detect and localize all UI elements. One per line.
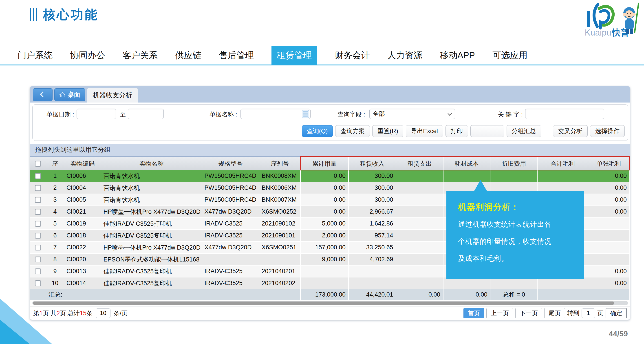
toolbar-button-7[interactable]: 交叉分析	[553, 125, 588, 137]
column-header-depreciation[interactable]: 折旧费用	[490, 157, 538, 170]
cell-check	[30, 266, 46, 277]
cell-check	[30, 170, 46, 182]
column-header-total_profit[interactable]: 合计毛利	[538, 157, 588, 170]
cell-per_sheet	[588, 242, 630, 254]
nav-item-0[interactable]: 门户系统	[18, 49, 52, 61]
toolbar-button-1[interactable]: 查询方案	[335, 125, 370, 137]
cell-name: HP喷墨一体机Pro X477dw D3Q20D	[101, 206, 202, 218]
column-header-seq[interactable]: 序	[46, 157, 64, 170]
home-icon	[60, 92, 65, 97]
nav-item-8[interactable]: 移动APP	[440, 49, 475, 61]
column-header-serial[interactable]: 序列号	[259, 157, 301, 170]
callout-body: 通过机器收支统计表统计出各个机器的印量情况，收支情况及成本和毛利。	[458, 216, 575, 267]
toolbar-button-6[interactable]: 分组汇总	[506, 125, 541, 137]
row-checkbox[interactable]	[35, 197, 41, 203]
cell-income: 957.14	[349, 230, 396, 242]
back-button[interactable]	[33, 88, 52, 101]
goto-label: 转到	[567, 309, 579, 317]
cell-check	[30, 277, 46, 289]
table-row-1[interactable]: 1CI0006百诺肯饮水机PW150C05HRC4DBNK0008XM0.003…	[30, 170, 630, 182]
date-to-input[interactable]	[128, 109, 164, 119]
nav-item-4[interactable]: 售后管理	[219, 49, 254, 61]
confirm-button[interactable]: 确定	[606, 308, 627, 318]
column-header-name[interactable]: 实物名称	[101, 157, 202, 170]
cell-serial: X6SMO0251	[259, 242, 301, 254]
keyword-label: 关 键 字 :	[498, 110, 523, 118]
group-drop-zone[interactable]: 拖拽列头到这里以用它分组	[30, 144, 630, 157]
cell-name: 百诺肯饮水机	[101, 170, 202, 182]
row-checkbox[interactable]	[35, 209, 41, 215]
toolbar-blank-button[interactable]	[470, 125, 504, 137]
page-nav-button-0[interactable]: 首页	[464, 308, 484, 318]
toolbar-button-0[interactable]: 查询(Q)	[302, 125, 333, 137]
nav-item-7[interactable]: 人力资源	[387, 49, 422, 61]
cell-serial: X6SMO0252	[259, 206, 301, 218]
goto-page-input[interactable]	[582, 308, 595, 318]
cell-income	[349, 277, 396, 289]
select-all-checkbox[interactable]	[35, 161, 41, 166]
nav-item-9[interactable]: 可选应用	[492, 49, 528, 61]
date-from-input[interactable]	[76, 109, 116, 119]
tab-desktop[interactable]: 桌面	[54, 88, 85, 101]
row-checkbox[interactable]	[35, 233, 41, 239]
row-checkbox[interactable]	[35, 221, 41, 227]
column-header-usage[interactable]: 累计用量	[301, 157, 349, 170]
cell-expense	[396, 277, 444, 289]
row-checkbox[interactable]	[35, 280, 41, 286]
pagination-buttons: 首页上一页下一页尾页	[464, 308, 565, 318]
cell-usage: 0.00	[301, 194, 349, 206]
toolbar-button-2[interactable]: 重置(R)	[372, 125, 403, 137]
cell-code: CI0020	[64, 254, 101, 266]
cell-seq: 9	[46, 266, 64, 277]
summary-cell-depreciation: 总和 = 0	[490, 289, 538, 300]
keyword-input[interactable]	[525, 109, 604, 119]
toolbar-button-3[interactable]: 导出Excel	[406, 125, 443, 137]
doc-name-input[interactable]	[240, 109, 310, 119]
column-header-consumable[interactable]: 耗材成本	[444, 157, 491, 170]
page-nav-button-2[interactable]: 下一页	[515, 308, 542, 318]
horizontal-scrollbar[interactable]	[32, 301, 628, 305]
column-header-expense[interactable]: 租赁支出	[396, 157, 444, 170]
nav-item-3[interactable]: 供应链	[175, 49, 202, 61]
cell-per_sheet	[588, 218, 630, 230]
cell-income	[349, 266, 396, 277]
nav-item-6[interactable]: 财务会计	[335, 49, 370, 61]
toolbar-button-8[interactable]: 选择操作	[590, 125, 625, 137]
column-header-per_sheet[interactable]: 单张毛利	[588, 157, 630, 170]
cell-expense	[396, 242, 444, 254]
page-nav-button-3[interactable]: 尾页	[544, 308, 565, 318]
annotation-callout: 机器利润分析： 通过机器收支统计表统计出各个机器的印量情况，收支情况及成本和毛利…	[446, 191, 584, 279]
cell-per_sheet: 0.00	[588, 170, 630, 182]
page-nav-button-1[interactable]: 上一页	[486, 308, 513, 318]
row-checkbox[interactable]	[35, 257, 41, 262]
goto-unit-label: 页	[597, 309, 603, 317]
cell-serial: BNK0006XM	[259, 182, 301, 194]
callout-line-3: 及成本和毛利。	[458, 250, 575, 267]
column-header-model[interactable]: 规格型号	[202, 157, 259, 170]
tab-machine-analysis[interactable]: 机器收支分析	[87, 88, 138, 103]
toolbar-button-4[interactable]: 打印	[446, 125, 468, 137]
cell-expense	[396, 206, 444, 218]
nav-item-2[interactable]: 客户关系	[122, 49, 158, 61]
query-field-select[interactable]: 全部	[370, 109, 455, 119]
row-checkbox[interactable]	[35, 268, 41, 274]
row-checkbox[interactable]	[35, 185, 41, 191]
cell-serial: BNK0008XM	[259, 170, 301, 182]
page-size-input[interactable]	[96, 308, 110, 318]
cell-per_sheet	[588, 230, 630, 242]
kuaipu-logo: Kuaipu 快普 ®	[583, 1, 642, 38]
cell-income: 300.00	[349, 170, 396, 182]
lookup-list-icon[interactable]	[302, 110, 309, 118]
column-header-code[interactable]: 实物编码	[64, 157, 101, 170]
cell-serial	[259, 254, 301, 266]
column-header-income[interactable]: 租赁收入	[349, 157, 396, 170]
pagination-bar: 第1页 共2页 总计15条 条/页 首页上一页下一页尾页 转到 页 确定	[30, 306, 630, 320]
row-checkbox[interactable]	[35, 245, 41, 250]
scrollbar-thumb[interactable]	[33, 301, 614, 305]
column-header-check[interactable]	[30, 157, 46, 170]
nav-item-1[interactable]: 协同办公	[70, 49, 105, 61]
cell-income: 2,966.67	[349, 206, 396, 218]
row-checkbox[interactable]	[35, 173, 41, 179]
nav-item-5[interactable]: 租赁管理	[272, 46, 317, 65]
cell-per_sheet: 0.00	[588, 206, 630, 218]
